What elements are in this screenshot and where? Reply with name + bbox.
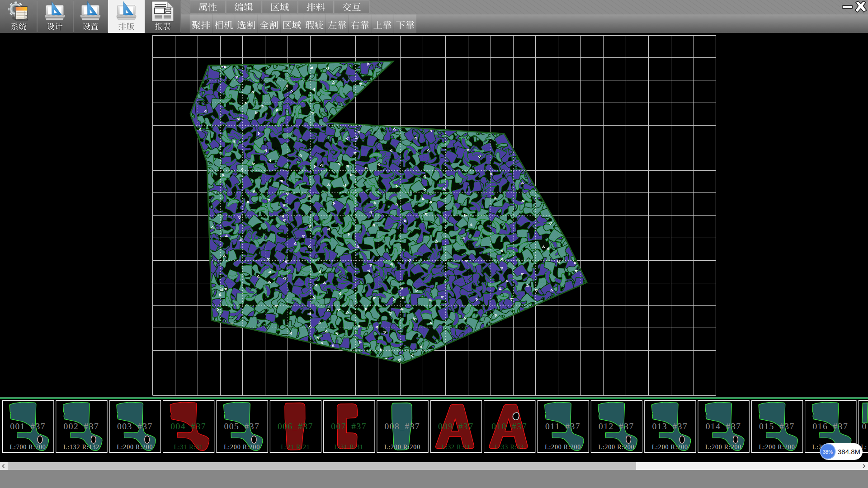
svg-text:016_#37: 016_#37 (812, 422, 848, 431)
svg-text:L:200 R:200: L:200 R:200 (384, 444, 420, 450)
svg-text:L:32 R:31: L:32 R:31 (441, 444, 470, 450)
svg-text:L:33 R:33: L:33 R:33 (495, 444, 524, 450)
svg-text:L:200 R:200: L:200 R:200 (224, 444, 260, 450)
svg-text:012_#37: 012_#37 (599, 422, 634, 431)
svg-text:007_#37: 007_#37 (331, 422, 367, 431)
svg-text:0: 0 (862, 422, 867, 431)
svg-text:010_#37: 010_#37 (491, 422, 527, 431)
svg-text:009_#37: 009_#37 (438, 422, 474, 431)
svg-text:004_#37: 004_#37 (170, 422, 206, 431)
svg-text:011_#37: 011_#37 (545, 422, 580, 431)
svg-text:L:31 R:31: L:31 R:31 (174, 444, 203, 450)
svg-text:L:200 R:200: L:200 R:200 (598, 444, 634, 450)
svg-text:003_#37: 003_#37 (117, 422, 153, 431)
svg-text:L:200 R:200: L:200 R:200 (652, 444, 688, 450)
svg-text:L:200 R:200: L:200 R:200 (117, 444, 153, 450)
svg-text:L:700 R:700: L:700 R:700 (10, 444, 46, 450)
svg-text:006_#37: 006_#37 (278, 422, 313, 431)
svg-text:002_#37: 002_#37 (64, 422, 99, 431)
svg-text:008_#37: 008_#37 (385, 422, 420, 431)
svg-text:015_#37: 015_#37 (759, 422, 795, 431)
svg-text:L:200 R:200: L:200 R:200 (545, 444, 581, 450)
svg-text:384.8M: 384.8M (838, 448, 860, 455)
svg-text:38%: 38% (823, 449, 833, 455)
svg-text:013_#37: 013_#37 (652, 422, 688, 431)
svg-text:005_#37: 005_#37 (224, 422, 260, 431)
svg-text:L:200 R:200: L:200 R:200 (759, 444, 795, 450)
svg-text:L:132 R:132: L:132 R:132 (63, 444, 99, 450)
svg-text:L:21 R:21: L:21 R:21 (281, 444, 310, 450)
svg-text:L:31 R:31: L:31 R:31 (335, 444, 363, 450)
svg-text:014_#37: 014_#37 (706, 422, 741, 431)
svg-text:001_#37: 001_#37 (10, 422, 46, 431)
svg-text:L:200 R:200: L:200 R:200 (705, 444, 741, 450)
